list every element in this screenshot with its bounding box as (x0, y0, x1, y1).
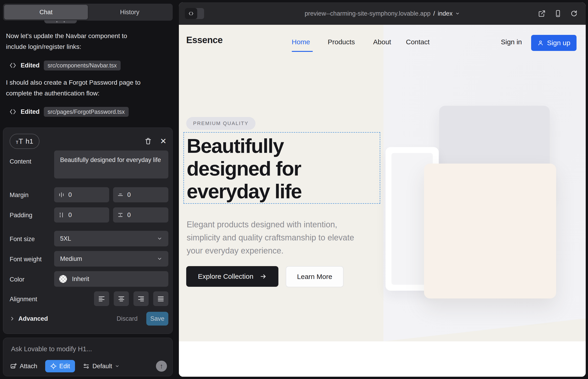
align-center-button[interactable] (114, 291, 129, 306)
default-label: Default (93, 363, 112, 370)
edited-file-chip[interactable]: src/pages/ForgotPassword.tsx (44, 107, 129, 117)
margin-x-input[interactable] (68, 191, 89, 198)
refresh-icon (570, 10, 578, 17)
color-value: Inherit (72, 276, 89, 283)
font-size-select[interactable]: 5XL (54, 231, 168, 246)
padding-x-input[interactable] (68, 211, 89, 219)
code-preview-toggle[interactable] (185, 8, 204, 19)
url-separator: / (433, 10, 435, 17)
explore-collection-button[interactable]: Explore Collection (186, 266, 279, 287)
tab-history[interactable]: History (88, 5, 171, 19)
site-logo[interactable]: Essence (186, 35, 223, 45)
chevron-down-icon (157, 256, 162, 262)
learn-more-button[interactable]: Learn More (286, 266, 343, 287)
composer-toolbar: Attach Edit Default ↑ (10, 360, 167, 372)
chat-message: Now let's update the Navbar component to… (6, 31, 144, 52)
edit-mode-button[interactable]: Edit (45, 360, 75, 372)
signin-link[interactable]: Sign in (501, 38, 522, 46)
align-left-button[interactable] (94, 291, 109, 306)
advanced-toggle[interactable]: Advanced (10, 315, 48, 322)
chat-message: I should also create a Forgot Password p… (6, 77, 144, 99)
font-weight-label: Font weight (10, 256, 42, 263)
nav-link-about[interactable]: About (373, 38, 391, 46)
margin-y-field (113, 187, 168, 202)
edit-target-icon (50, 363, 57, 369)
hero-description: Elegant products designed with intention… (187, 218, 370, 257)
edited-label: Edited (21, 108, 40, 115)
margin-y-input[interactable] (127, 191, 148, 198)
attach-button[interactable]: Attach (10, 363, 37, 370)
align-right-button[interactable] (134, 291, 149, 306)
alignment-buttons (54, 291, 168, 306)
nav-link-contact[interactable]: Contact (406, 38, 430, 46)
code-icon (9, 62, 16, 69)
chevron-down-icon (157, 236, 162, 241)
content-textarea[interactable]: Beautifully designed for everyday life (54, 151, 168, 178)
delete-element-button[interactable] (143, 136, 153, 147)
lovable-app: Chat History Now let's update the Navbar… (0, 0, 588, 379)
signup-button[interactable]: Sign up (531, 35, 576, 51)
padding-horizontal-icon (58, 212, 65, 218)
padding-x-field (54, 207, 109, 222)
edit-label: Edit (59, 363, 70, 370)
discard-button[interactable]: Discard (117, 315, 138, 322)
editor-footer: Advanced Discard Save (10, 311, 168, 326)
chevron-right-icon (10, 316, 15, 321)
arrow-right-icon (260, 273, 267, 280)
content-label: Content (10, 158, 31, 165)
arrow-up-icon: ↑ (160, 362, 163, 370)
padding-y-input[interactable] (127, 211, 148, 219)
margin-label: Margin (10, 191, 29, 199)
edited-file-row: Edited src/components/Navbar.tsx (9, 60, 121, 71)
refresh-button[interactable] (570, 10, 578, 17)
nav-link-products[interactable]: Products (328, 38, 355, 46)
element-tag-label: h1 (26, 137, 33, 145)
prompt-composer: Attach Edit Default ↑ (3, 338, 173, 376)
margin-horizontal-icon (58, 191, 65, 198)
open-external-button[interactable] (538, 10, 546, 17)
premium-quality-badge: PREMIUM QUALITY (186, 117, 255, 130)
nav-link-home[interactable]: Home (292, 38, 310, 46)
browser-actions (538, 2, 578, 25)
chevron-down-icon (115, 364, 120, 368)
attach-image-icon (10, 363, 17, 370)
person-icon (537, 40, 544, 46)
code-icon (185, 8, 197, 19)
url-bar[interactable]: preview--charming-site-symphony.lovable.… (225, 2, 540, 25)
color-picker-field[interactable]: Inherit (54, 271, 168, 287)
font-weight-select[interactable]: Medium (54, 251, 168, 267)
chevron-down-icon (455, 11, 460, 16)
margin-x-field (54, 187, 109, 202)
typography-icon: тT (16, 137, 23, 146)
save-button[interactable]: Save (146, 312, 168, 326)
element-editor-panel: тT h1 ✕ Content Beautifully designed for… (3, 127, 173, 334)
mobile-view-button[interactable] (554, 10, 562, 17)
send-button[interactable]: ↑ (156, 361, 167, 372)
primary-cta-label: Explore Collection (198, 272, 253, 280)
font-size-value: 5XL (60, 235, 71, 242)
font-size-label: Font size (10, 236, 35, 243)
chat-history-tabbar: Chat History (3, 4, 173, 21)
font-weight-value: Medium (60, 255, 82, 262)
color-label: Color (10, 276, 25, 283)
tab-chat[interactable]: Chat (4, 5, 88, 19)
alignment-label: Alignment (10, 296, 37, 303)
url-host: preview--charming-site-symphony.lovable.… (305, 10, 431, 17)
padding-y-field (113, 207, 168, 222)
preview-browser-frame: preview--charming-site-symphony.lovable.… (179, 2, 586, 377)
sidebar: Chat History Now let's update the Navbar… (0, 0, 179, 379)
advanced-label: Advanced (18, 315, 48, 322)
align-justify-button[interactable] (153, 291, 168, 306)
selected-element-tag: тT h1 (10, 134, 39, 149)
hero-heading[interactable]: Beautifully designed for everyday life (187, 134, 333, 203)
edited-file-row: Edited src/pages/ForgotPassword.tsx (9, 107, 129, 117)
model-default-dropdown[interactable]: Default (83, 363, 120, 370)
url-page-selector: index (438, 10, 453, 17)
browser-chrome-bar: preview--charming-site-symphony.lovable.… (179, 2, 586, 25)
close-editor-button[interactable]: ✕ (158, 136, 168, 147)
hero-section: Essence Home Products About Contact Sign… (179, 25, 586, 341)
margin-vertical-icon (117, 191, 124, 198)
mobile-device-icon (554, 10, 562, 17)
prompt-input[interactable] (11, 344, 165, 354)
edited-file-chip[interactable]: src/components/Navbar.tsx (44, 61, 121, 70)
